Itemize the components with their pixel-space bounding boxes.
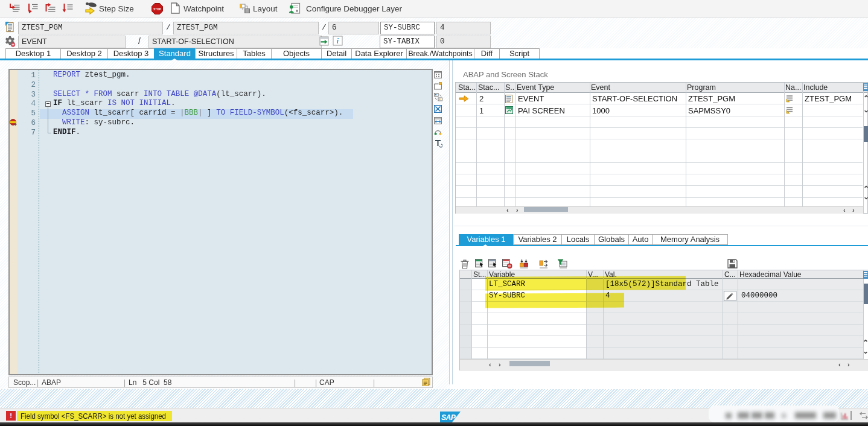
svg-text:STOP: STOP	[153, 8, 161, 11]
